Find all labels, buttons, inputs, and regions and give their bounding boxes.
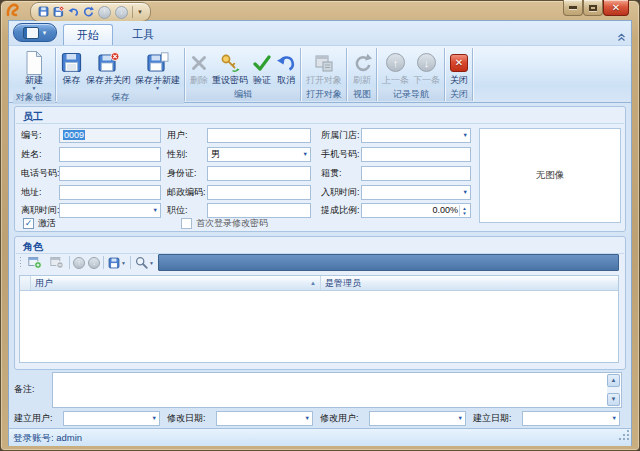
employee-groupbox: 员工 编号: 0009 用户: 所属门店: ▼ 姓名: 性别: 男▼ 手机号码:…	[14, 106, 626, 232]
modified-user-label: 修改用户:	[320, 411, 359, 426]
native-place-label: 籍贯:	[321, 166, 342, 181]
delete-button: 删除	[188, 49, 210, 86]
number-field[interactable]: 0009	[59, 128, 161, 143]
save-and-close-button[interactable]: 保存并关闭	[84, 49, 133, 86]
role-table-header: 用户▲ 是管理员	[20, 276, 618, 291]
address-label: 地址:	[21, 185, 42, 200]
user-label: 用户:	[167, 128, 188, 143]
refresh-icon	[352, 50, 372, 75]
previous-record-icon: ↑	[386, 53, 405, 72]
role-groupbox: 角色 ↑ ↓ ▼ ▼ 用户▲ 是管理员	[14, 236, 626, 370]
remarks-textarea[interactable]: ▲ ▼	[52, 372, 622, 408]
toolbar-grip[interactable]	[19, 256, 22, 269]
minimize-button[interactable]	[563, 0, 583, 16]
ribbon: 新建 ▼ 对象创建 保存 保存并关闭 保存并新建 ▼ 保存	[9, 45, 631, 103]
ribbon-collapse-icon[interactable]	[617, 28, 626, 46]
ribbon-tab-row: ▼ 开始 工具	[9, 21, 631, 45]
ribbon-group-label: 打开对象	[302, 88, 346, 101]
dropdown-caret-icon: ▼	[463, 190, 468, 196]
undo-icon[interactable]	[68, 3, 79, 21]
column-header-is-admin[interactable]: 是管理员	[321, 276, 618, 290]
search-icon	[135, 256, 148, 269]
selected-text: 0009	[63, 130, 85, 140]
name-label: 姓名:	[21, 147, 42, 162]
window-controls: ✕	[563, 0, 629, 16]
native-place-field[interactable]	[361, 166, 471, 181]
ribbon-group-label: 对象创建	[13, 91, 55, 104]
refresh-button: 刷新	[350, 49, 374, 86]
hire-date-dropdown[interactable]: ▼	[361, 185, 471, 200]
user-field[interactable]	[207, 128, 311, 143]
ribbon-group-record-navigation: ↑ 上一条 ↓ 下一条 记录导航	[378, 48, 445, 101]
ribbon-group-label: 保存	[57, 91, 184, 104]
delete-icon	[190, 50, 208, 75]
next-record-icon: ↓	[417, 53, 436, 72]
ribbon-group-open-object: 打开对象 打开对象	[302, 48, 347, 101]
tab-tools[interactable]: 工具	[119, 24, 167, 45]
mobile-label: 手机号码:	[321, 147, 360, 162]
save-button[interactable]: 保存	[59, 49, 84, 86]
new-button[interactable]: 新建 ▼	[21, 49, 47, 91]
sort-ascending-icon: ▲	[310, 280, 316, 286]
application-menu-button[interactable]: ▼	[13, 23, 57, 42]
remove-icon	[50, 256, 64, 269]
export-icon	[108, 257, 120, 269]
search-caret-icon: ▼	[149, 260, 154, 266]
postal-code-field[interactable]	[207, 185, 311, 200]
modified-user-dropdown[interactable]: ▼	[369, 411, 466, 426]
dropdown-caret-icon: ▼	[463, 133, 468, 139]
id-card-field[interactable]	[207, 166, 311, 181]
redo-icon[interactable]	[83, 3, 94, 21]
scroll-up-button[interactable]: ▲	[607, 374, 620, 387]
spinner-buttons[interactable]: ▲▼	[459, 205, 469, 216]
close-ribbon-icon: ✕	[450, 54, 468, 72]
scroll-down-icon: ▼	[611, 396, 617, 402]
created-date-dropdown[interactable]: ▼	[522, 411, 620, 426]
move-down-button: ↓	[88, 257, 100, 269]
save-and-new-button[interactable]: 保存并新建 ▼	[133, 49, 182, 91]
add-icon	[28, 256, 42, 269]
created-date-label: 建立日期:	[473, 411, 512, 426]
name-field[interactable]	[59, 147, 161, 162]
cancel-button[interactable]: 取消	[274, 49, 298, 86]
divider	[16, 123, 624, 124]
created-user-dropdown[interactable]: ▼	[63, 411, 160, 426]
scroll-down-button[interactable]: ▼	[607, 393, 620, 406]
modified-date-dropdown[interactable]: ▼	[216, 411, 313, 426]
column-header-user[interactable]: 用户▲	[31, 276, 321, 290]
reset-password-button[interactable]: 重设密码	[210, 49, 250, 86]
export-button[interactable]: ▼	[107, 254, 127, 271]
save-close-icon[interactable]	[53, 3, 64, 21]
save-icon[interactable]	[38, 3, 49, 21]
close-button[interactable]: ✕ 关闭	[448, 49, 470, 86]
created-user-label: 建立用户:	[14, 411, 53, 426]
activate-checkbox[interactable]: ✓ 激活	[23, 217, 56, 230]
remove-role-button	[47, 254, 66, 271]
qat-customize-caret-icon[interactable]: ▼	[137, 9, 143, 15]
store-dropdown[interactable]: ▼	[361, 128, 471, 143]
scrollbar[interactable]: ▲ ▼	[607, 374, 620, 406]
ribbon-group-label: 记录导航	[378, 88, 444, 101]
resize-grip[interactable]	[619, 427, 630, 445]
close-window-button[interactable]: ✕	[603, 0, 629, 16]
mobile-field[interactable]	[361, 147, 471, 162]
phone-field[interactable]	[59, 166, 161, 181]
tab-start[interactable]: 开始	[63, 24, 113, 46]
leave-date-dropdown[interactable]: ▼	[59, 203, 161, 218]
add-role-button[interactable]	[25, 254, 44, 271]
first-login-checkbox-label: 首次登录修改密码	[196, 217, 268, 230]
commission-spinner[interactable]: 0.00% ▲▼	[361, 203, 471, 218]
first-login-change-password-checkbox[interactable]: ✓ 首次登录修改密码	[181, 217, 268, 230]
position-field[interactable]	[207, 203, 311, 218]
ribbon-group-save: 保存 保存并关闭 保存并新建 ▼ 保存	[57, 48, 185, 101]
gender-dropdown[interactable]: 男▼	[207, 147, 311, 162]
open-object-button: 打开对象	[304, 49, 344, 86]
toolbar-separator	[69, 256, 70, 269]
dropdown-caret-icon: ▼	[458, 416, 463, 422]
address-field[interactable]	[59, 185, 161, 200]
employee-photo-box[interactable]: 无图像	[479, 128, 621, 223]
validate-button[interactable]: 验证	[250, 49, 274, 86]
checkbox-icon: ✓	[181, 218, 192, 229]
search-button[interactable]: ▼	[134, 254, 155, 271]
restore-button[interactable]	[583, 0, 603, 16]
